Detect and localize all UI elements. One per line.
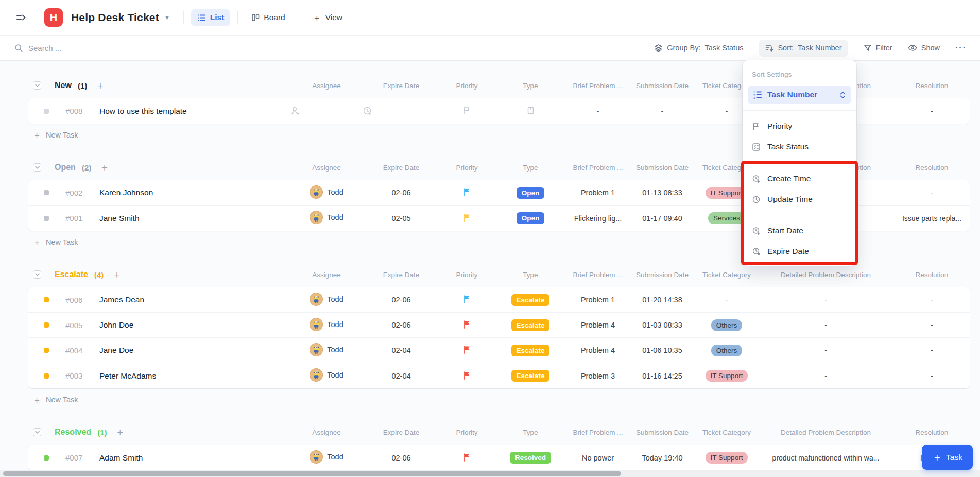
brief-problem-cell[interactable]: Problem 4 [567,321,629,329]
sort-option-create-time[interactable]: Create Time [743,168,856,189]
submission-date-cell[interactable]: 01-06 10:35 [629,346,696,354]
priority-flag-icon[interactable] [462,188,471,196]
type-cell[interactable]: Escalate [494,319,567,331]
collapse-group-icon[interactable] [33,270,41,279]
task-name[interactable]: Adam Smith [99,453,143,463]
filter-button[interactable]: Filter [864,44,892,52]
submission-date-cell[interactable]: 01-16 14:25 [629,372,696,380]
collapse-group-icon[interactable] [33,163,41,172]
column-header[interactable]: Submission Date [629,271,696,279]
status-dot-icon[interactable] [44,373,49,379]
show-button[interactable]: Show [908,44,940,52]
brief-problem-cell[interactable]: No power [567,454,629,462]
sort-button[interactable]: Sort: Task Number [759,40,848,57]
column-header[interactable]: Type [494,429,567,436]
column-header[interactable]: Brief Problem ... [567,271,629,279]
submission-date-cell[interactable]: Today 19:40 [629,454,696,462]
expire-date-cell[interactable]: 02-04 [363,372,440,380]
column-header[interactable]: Detailed Problem Description [758,271,894,279]
task-row[interactable]: #004Jane DoeTodd02-04EscalateProblem 401… [28,338,970,363]
column-header[interactable]: Resolution [894,429,970,436]
status-dot-icon[interactable] [44,297,49,302]
expire-date-cell[interactable]: 02-04 [363,346,440,354]
brief-problem-cell[interactable]: - [567,107,629,115]
type-cell[interactable] [494,106,567,116]
sort-option-task-status[interactable]: Task Status [743,137,856,157]
submission-date-cell[interactable]: 01-17 09:40 [629,214,696,223]
status-dot-icon[interactable] [44,455,49,461]
brief-problem-cell[interactable]: Problem 4 [567,346,629,354]
tab-add-view[interactable]: ＋ View [306,8,349,27]
priority-cell[interactable] [440,371,494,381]
priority-cell[interactable] [440,453,494,463]
brief-problem-cell[interactable]: Problem 3 [567,372,629,380]
tab-board[interactable]: Board [245,9,291,26]
priority-cell[interactable] [440,106,494,116]
column-header[interactable]: Expire Date [363,164,440,172]
group-by-button[interactable]: Group By: Task Status [654,44,743,53]
column-header[interactable]: Ticket Category [696,271,758,279]
column-header[interactable]: Ticket Category [696,429,758,436]
column-header[interactable]: Submission Date [629,82,696,90]
submission-date-cell[interactable]: 01-20 14:38 [629,296,696,304]
column-header[interactable]: Expire Date [363,429,440,436]
column-header[interactable]: Assignee [290,164,363,172]
set-date-icon[interactable] [363,106,440,116]
priority-flag-icon[interactable] [462,453,471,462]
task-name[interactable]: Karen Johnson [99,188,153,197]
priority-cell[interactable] [440,188,494,198]
assignee-cell[interactable] [290,106,363,116]
ticket-category-cell[interactable]: IT Support [696,452,758,464]
column-header[interactable]: Type [494,164,567,172]
new-task-button[interactable]: ＋New Task [28,388,970,411]
set-priority-icon[interactable] [462,106,471,115]
column-header[interactable]: Type [494,82,567,90]
ticket-category-cell[interactable]: IT Support [696,370,758,382]
detailed-description-cell[interactable]: - [758,346,894,354]
brief-problem-cell[interactable]: Problem 1 [567,296,629,304]
collapse-group-icon[interactable] [33,428,41,436]
column-header[interactable]: Resolution [894,82,970,90]
type-cell[interactable]: Open [494,187,567,199]
column-header[interactable]: Brief Problem ... [567,164,629,172]
add-task-to-group-icon[interactable]: ＋ [95,79,105,92]
assignee-cell[interactable]: Todd [290,293,363,308]
resolution-cell[interactable]: Issue parts repla... [894,214,970,223]
group-title[interactable]: Open [55,163,76,172]
horizontal-scrollbar-track[interactable] [0,470,980,477]
assignee-cell[interactable]: Todd [290,368,363,383]
column-header[interactable]: Expire Date [363,82,440,90]
assignee-cell[interactable]: Todd [290,185,363,200]
resolution-cell[interactable]: - [894,107,970,115]
ticket-category-cell[interactable]: - [696,296,758,304]
type-cell[interactable]: Resolved [494,452,567,464]
task-row[interactable]: #005John DoeTodd02-06EscalateProblem 401… [28,313,970,338]
type-cell[interactable]: Escalate [494,294,567,306]
task-name[interactable]: Jane Doe [99,346,133,355]
ticket-category-cell[interactable]: Others [696,345,758,356]
status-dot-icon[interactable] [44,322,49,328]
submission-date-cell[interactable]: 01-13 08:33 [629,189,696,197]
column-header[interactable]: Submission Date [629,164,696,172]
sort-option-expire-date[interactable]: Expire Date [743,241,856,262]
set-type-icon[interactable] [526,106,535,115]
add-task-button[interactable]: ＋ Task [922,445,973,470]
column-header[interactable]: Priority [440,82,494,90]
resolution-cell[interactable]: - [894,189,970,197]
add-task-to-group-icon[interactable]: ＋ [112,268,122,281]
status-dot-icon[interactable] [44,348,49,353]
column-header[interactable]: Brief Problem ... [567,429,629,436]
collapse-group-icon[interactable] [33,81,41,90]
assignee-cell[interactable]: Todd [290,450,363,465]
task-name[interactable]: John Doe [99,320,133,330]
expire-date-cell[interactable]: 02-06 [363,321,440,329]
workspace-logo[interactable]: H [44,8,63,27]
group-title[interactable]: New [55,81,72,90]
column-header[interactable]: Priority [440,164,494,172]
expire-date-cell[interactable]: 02-06 [363,189,440,197]
column-header[interactable]: Resolution [894,164,970,172]
group-title[interactable]: Escalate [55,270,88,279]
column-header[interactable]: Expire Date [363,271,440,279]
priority-flag-icon[interactable] [462,371,471,380]
group-title[interactable]: Resolved [55,428,91,437]
